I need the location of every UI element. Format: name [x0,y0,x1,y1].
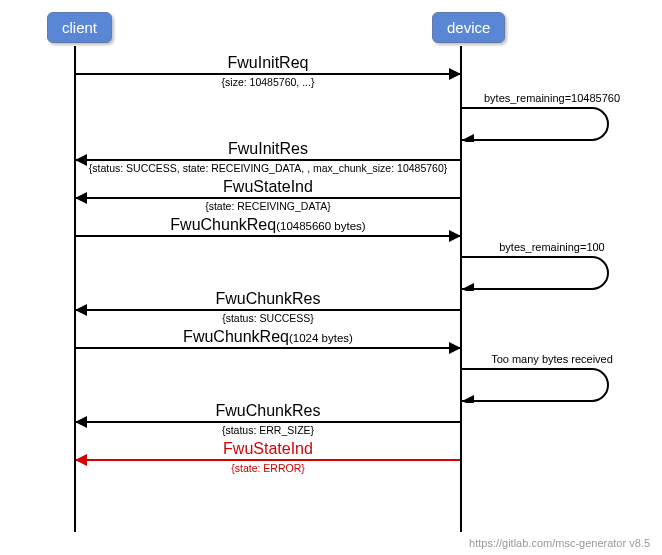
msg-fwustateind-error: FwuStateInd [76,440,460,458]
selfmsg-bytes-remaining-2: bytes_remaining=100 [462,241,642,291]
msg-fwustateind-error-params: {state: ERROR} [76,462,460,474]
selfloop-arrow-icon [462,255,642,291]
msg-fwuinitres: FwuInitRes [76,140,460,158]
msg-fwuchunkres-1-params: {status: SUCCESS} [76,312,460,324]
msg-label: FwuChunkRes [76,290,460,308]
svg-marker-2 [462,395,474,403]
msg-size: (1024 bytes) [289,332,353,344]
arrow-left-icon [76,421,460,423]
arrow-left-icon [76,197,460,199]
msg-fwuchunkres-1: FwuChunkRes [76,290,460,308]
generator-footer: https://gitlab.com/msc-generator v8.5 [469,537,650,549]
arrow-left-error-icon [76,459,460,461]
selfmsg-too-many-bytes: Too many bytes received [462,353,642,403]
svg-marker-0 [462,134,474,142]
msg-fwuinitreq-params: {size: 10485760, ...} [76,76,460,88]
arrow-right-icon [76,235,460,237]
msg-sub: {size: 10485760, ...} [76,77,460,88]
selfmsg-label: bytes_remaining=10485760 [462,92,642,104]
sequence-diagram: client device FwuInitReq {size: 10485760… [12,12,650,543]
msg-sub: {state: ERROR} [76,463,460,474]
msg-sub: {status: SUCCESS, state: RECEIVING_DATA,… [76,163,460,174]
msg-fwuinitreq: FwuInitReq [76,54,460,72]
msg-fwuchunkreq-2: FwuChunkReq(1024 bytes) [76,328,460,346]
msg-sub: {state: RECEIVING_DATA} [76,201,460,212]
arrow-right-icon [76,347,460,349]
msg-size: (10485660 bytes) [276,220,366,232]
msg-label: FwuChunkRes [76,402,460,420]
selfmsg-label: bytes_remaining=100 [462,241,642,253]
svg-marker-1 [462,283,474,291]
selfmsg-label: Too many bytes received [462,353,642,365]
msg-sub: {status: SUCCESS} [76,313,460,324]
msg-label: FwuChunkReq [170,216,276,233]
msg-fwuchunkreq-1: FwuChunkReq(10485660 bytes) [76,216,460,234]
arrow-left-icon [76,159,460,161]
arrow-left-icon [76,309,460,311]
msg-fwuinitres-params: {status: SUCCESS, state: RECEIVING_DATA,… [76,162,460,174]
msg-fwustateind-1-params: {state: RECEIVING_DATA} [76,200,460,212]
msg-label: FwuInitRes [76,140,460,158]
actor-client: client [47,12,112,43]
msg-label: FwuStateInd [76,440,460,458]
selfloop-arrow-icon [462,106,642,142]
msg-label: FwuChunkReq [183,328,289,345]
msg-fwuchunkres-2: FwuChunkRes [76,402,460,420]
msg-fwustateind-1: FwuStateInd [76,178,460,196]
selfloop-arrow-icon [462,367,642,403]
msg-sub: {status: ERR_SIZE} [76,425,460,436]
msg-fwuchunkres-2-params: {status: ERR_SIZE} [76,424,460,436]
msg-label: FwuStateInd [76,178,460,196]
actor-device: device [432,12,505,43]
arrow-right-icon [76,73,460,75]
selfmsg-bytes-remaining-1: bytes_remaining=10485760 [462,92,642,142]
msg-label: FwuInitReq [76,54,460,72]
